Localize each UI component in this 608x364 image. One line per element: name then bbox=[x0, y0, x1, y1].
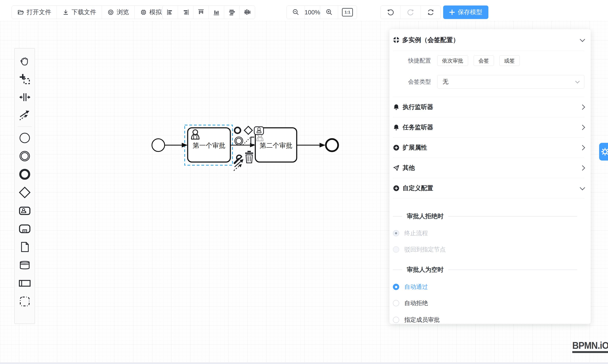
redo-button[interactable] bbox=[401, 6, 421, 19]
sequence-flow-1[interactable] bbox=[165, 143, 188, 147]
plus-circle-icon bbox=[393, 144, 400, 151]
end-event-icon bbox=[19, 168, 31, 180]
undo-button[interactable] bbox=[381, 6, 401, 19]
zoom-out-icon bbox=[292, 9, 299, 16]
chevron-down-icon[interactable] bbox=[580, 37, 585, 42]
start-event[interactable] bbox=[152, 139, 165, 152]
radio-icon[interactable] bbox=[393, 284, 399, 290]
divider-line bbox=[448, 216, 577, 217]
refresh-icon bbox=[427, 8, 435, 16]
append-end-event-icon[interactable] bbox=[235, 127, 240, 133]
reset-zoom-icon: 1:1 bbox=[342, 8, 353, 16]
radio-auto-pass[interactable]: 自动通过 bbox=[393, 281, 584, 293]
radio-label: 终止流程 bbox=[404, 229, 428, 237]
gear-icon bbox=[601, 147, 608, 156]
align-center-horizontal-button[interactable] bbox=[224, 6, 240, 19]
section-other[interactable]: 其他 bbox=[393, 158, 584, 178]
section-label: 其他 bbox=[403, 164, 415, 172]
plus-icon bbox=[449, 10, 455, 15]
preview-button[interactable]: 浏览 bbox=[102, 6, 135, 19]
radio-icon[interactable] bbox=[393, 230, 399, 236]
task-label: 第二个审批 bbox=[260, 142, 292, 149]
palette-participant-pool[interactable] bbox=[19, 274, 31, 292]
eye-icon bbox=[107, 9, 114, 16]
section-extended-properties[interactable]: 扩展属性 bbox=[393, 138, 584, 158]
chip-icon bbox=[140, 9, 147, 16]
undo-icon bbox=[387, 8, 394, 16]
open-folder-icon bbox=[17, 9, 24, 16]
send-icon bbox=[393, 165, 400, 171]
radio-terminate-process[interactable]: 终止流程 bbox=[393, 227, 584, 239]
palette-end-event[interactable] bbox=[19, 165, 31, 183]
end-event[interactable] bbox=[326, 139, 338, 151]
sequence-flow-2[interactable] bbox=[230, 143, 255, 147]
trash-icon[interactable] bbox=[245, 151, 253, 163]
radio-assign-member[interactable]: 指定成员审批 bbox=[393, 314, 584, 324]
radio-return-to-node[interactable]: 驳回到指定节点 bbox=[393, 244, 584, 255]
sign-type-select[interactable]: 无 bbox=[437, 75, 584, 89]
settings-tab[interactable] bbox=[599, 143, 608, 161]
palette-group[interactable] bbox=[19, 292, 31, 311]
zoom-level-value: 100% bbox=[305, 6, 320, 19]
zoom-out-button[interactable] bbox=[287, 6, 305, 19]
bpmn-io-logo[interactable]: BPMN.iO bbox=[572, 340, 608, 353]
align-top-icon bbox=[197, 9, 205, 16]
lasso-tool[interactable] bbox=[19, 70, 30, 88]
radio-icon[interactable] bbox=[393, 300, 399, 306]
palette-start-event[interactable] bbox=[19, 129, 31, 147]
quick-option-countersign-button[interactable]: 会签 bbox=[474, 55, 494, 66]
quick-option-orsign-button[interactable]: 或签 bbox=[499, 55, 520, 66]
panel-title: 多实例（会签配置） bbox=[402, 36, 459, 44]
chevron-down-icon bbox=[580, 185, 585, 190]
radio-icon[interactable] bbox=[393, 246, 399, 253]
append-gateway-icon[interactable] bbox=[244, 126, 252, 134]
section-custom-config[interactable]: 自定义配置 bbox=[393, 178, 584, 198]
section-label: 自定义配置 bbox=[403, 184, 433, 193]
download-file-label: 下载文件 bbox=[72, 8, 96, 16]
palette-sub-process[interactable] bbox=[19, 220, 31, 238]
gateway-icon bbox=[19, 186, 31, 199]
refresh-button[interactable] bbox=[421, 6, 441, 19]
annotation-link bbox=[243, 138, 250, 145]
zoom-in-icon bbox=[325, 9, 333, 16]
palette-intermediate-event[interactable] bbox=[19, 147, 31, 165]
reset-zoom-button[interactable]: 1:1 bbox=[338, 6, 357, 19]
empty-section-title: 审批人为空时 bbox=[393, 263, 584, 276]
section-execution-listener[interactable]: 执行监听器 bbox=[393, 97, 584, 117]
panel-header[interactable]: 多实例（会签配置） bbox=[393, 29, 584, 51]
user-task-1[interactable]: 第一个审批 bbox=[188, 128, 230, 162]
section-label: 扩展属性 bbox=[403, 143, 427, 152]
radio-icon[interactable] bbox=[393, 317, 399, 323]
align-center-vertical-button[interactable] bbox=[240, 6, 255, 19]
connect-tool-icon[interactable] bbox=[234, 159, 243, 171]
global-connect-tool[interactable] bbox=[19, 106, 30, 124]
palette-gateway[interactable] bbox=[19, 183, 31, 202]
align-right-button[interactable] bbox=[178, 6, 193, 19]
zoom-in-button[interactable] bbox=[320, 6, 338, 19]
space-tool[interactable] bbox=[19, 88, 30, 106]
quick-option-sequential-button[interactable]: 依次审批 bbox=[437, 55, 468, 66]
chevron-right-icon bbox=[580, 165, 585, 170]
palette-user-task[interactable] bbox=[19, 202, 31, 220]
align-top-button[interactable] bbox=[193, 6, 209, 19]
properties-panel: 多实例（会签配置） 快捷配置 依次审批 会签 或签 会签类型 无 执行监听器 bbox=[389, 29, 591, 324]
sequence-flow-3[interactable] bbox=[297, 143, 325, 147]
palette-data-store[interactable] bbox=[19, 256, 31, 274]
align-left-button[interactable] bbox=[162, 6, 178, 19]
section-task-listener[interactable]: 任务监听器 bbox=[393, 117, 584, 138]
bpmn-io-logo-bar bbox=[572, 351, 608, 353]
hand-tool[interactable] bbox=[19, 52, 30, 70]
align-bottom-button[interactable] bbox=[209, 6, 224, 19]
open-file-button[interactable]: 打开文件 bbox=[12, 6, 57, 19]
text-annotation-icon[interactable] bbox=[251, 137, 254, 144]
divider-line bbox=[393, 216, 402, 217]
save-model-button[interactable]: 保存模型 bbox=[443, 5, 488, 19]
participant-icon bbox=[19, 277, 31, 289]
palette-data-object[interactable] bbox=[19, 238, 30, 256]
sign-type-row: 会签类型 无 bbox=[393, 75, 584, 89]
radio-auto-reject[interactable]: 自动拒绝 bbox=[393, 297, 584, 309]
download-file-button[interactable]: 下载文件 bbox=[57, 6, 102, 19]
bell-icon bbox=[393, 104, 400, 110]
align-center-horizontal-icon bbox=[228, 9, 236, 16]
append-user-task-icon[interactable] bbox=[254, 127, 264, 135]
